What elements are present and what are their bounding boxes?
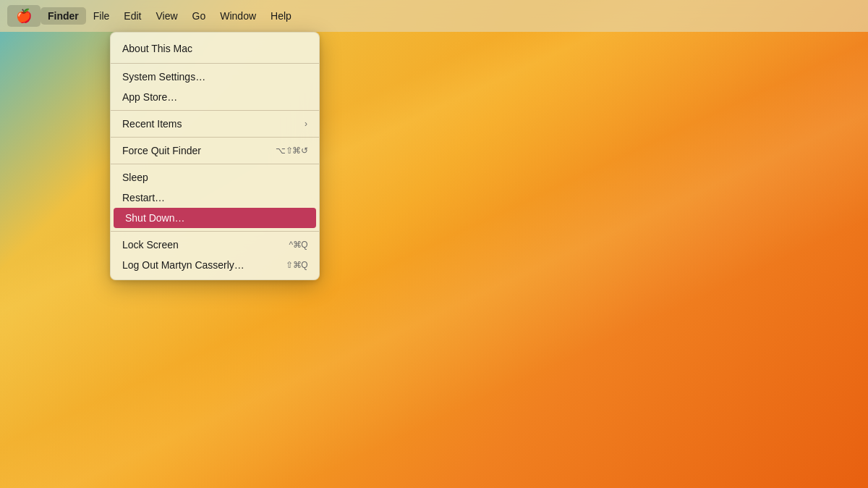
recent-items-arrow-icon: ›	[305, 119, 307, 129]
restart-item[interactable]: Restart…	[111, 188, 319, 208]
help-menu[interactable]: Help	[263, 7, 299, 25]
file-menu[interactable]: File	[86, 7, 117, 25]
recent-items-item[interactable]: Recent Items ›	[111, 114, 319, 134]
about-this-mac-item[interactable]: About This Mac	[111, 37, 319, 60]
go-menu[interactable]: Go	[185, 7, 213, 25]
sleep-label: Sleep	[122, 172, 307, 183]
lock-screen-item[interactable]: Lock Screen ^⌘Q	[111, 235, 319, 255]
recent-items-label: Recent Items	[122, 118, 305, 130]
menubar: 🍎 Finder File Edit View Go Window Help	[0, 0, 868, 32]
force-quit-label: Force Quit Finder	[122, 145, 276, 156]
sleep-item[interactable]: Sleep	[111, 167, 319, 188]
separator-1	[111, 63, 319, 64]
log-out-shortcut: ⇧⌘Q	[286, 260, 307, 270]
force-quit-shortcut: ⌥⇧⌘↺	[276, 146, 307, 156]
edit-menu[interactable]: Edit	[116, 7, 148, 25]
separator-5	[111, 231, 319, 232]
app-store-item[interactable]: App Store…	[111, 87, 319, 107]
lock-screen-label: Lock Screen	[122, 239, 289, 251]
log-out-item[interactable]: Log Out Martyn Casserly… ⇧⌘Q	[111, 255, 319, 275]
separator-4	[111, 164, 319, 164]
apple-menu-button[interactable]: 🍎	[7, 5, 41, 27]
app-store-label: App Store…	[122, 91, 307, 103]
system-settings-item[interactable]: System Settings…	[111, 67, 319, 87]
window-menu[interactable]: Window	[213, 7, 263, 25]
apple-dropdown-menu: About This Mac System Settings… App Stor…	[110, 32, 320, 280]
desktop: 🍎 Finder File Edit View Go Window Help A…	[0, 0, 868, 488]
separator-3	[111, 137, 319, 138]
view-menu[interactable]: View	[148, 7, 184, 25]
shut-down-item[interactable]: Shut Down…	[114, 208, 316, 228]
shut-down-label: Shut Down…	[125, 212, 305, 224]
restart-label: Restart…	[122, 192, 307, 203]
finder-menu[interactable]: Finder	[41, 7, 86, 25]
about-this-mac-label: About This Mac	[122, 43, 307, 54]
lock-screen-shortcut: ^⌘Q	[289, 240, 307, 250]
log-out-label: Log Out Martyn Casserly…	[122, 259, 286, 271]
separator-2	[111, 110, 319, 111]
force-quit-item[interactable]: Force Quit Finder ⌥⇧⌘↺	[111, 140, 319, 161]
system-settings-label: System Settings…	[122, 71, 307, 83]
